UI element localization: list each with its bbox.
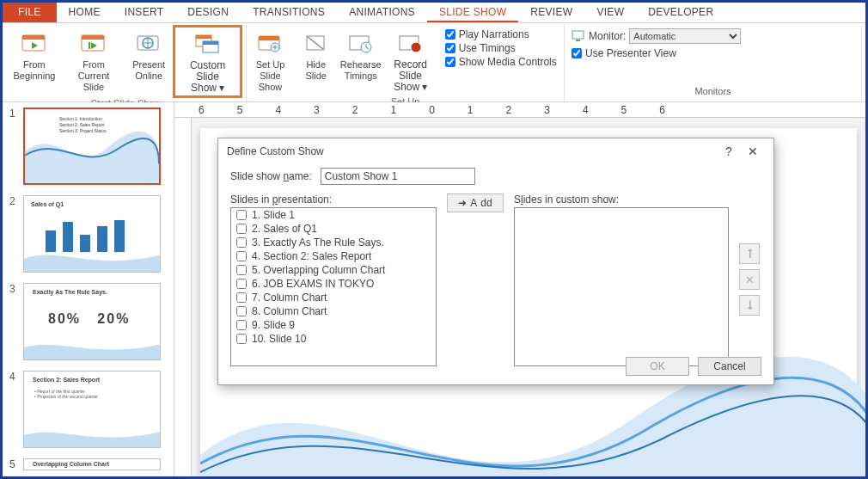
setup-show-icon (256, 30, 284, 58)
ok-button: OK (626, 357, 689, 376)
thumb-title: Section 1: Introduction Section 2: Sales… (59, 116, 107, 134)
list-item[interactable]: 2. Sales of Q1 (231, 222, 436, 236)
tab-animations[interactable]: ANIMATIONS (337, 3, 427, 22)
show-media-checkbox[interactable]: Show Media Controls (445, 56, 557, 68)
tab-view[interactable]: VIEW (584, 3, 636, 22)
rehearse-timings-button[interactable]: Rehearse Timings (342, 27, 380, 95)
remove-button: ✕ (739, 269, 760, 290)
horizontal-ruler: 6543210123456 (174, 102, 865, 118)
custom-show-label: Custom Slide Show ▾ (179, 60, 236, 94)
list-item[interactable]: 5. Overlapping Column Chart (231, 263, 436, 277)
thumb-content: 80% 20% (48, 311, 130, 327)
dialog-help-button[interactable]: ? (717, 144, 741, 158)
tab-developer[interactable]: DEVELOPER (636, 3, 725, 22)
setup-slideshow-button[interactable]: Set Up Slide Show (250, 27, 290, 95)
hide-slide-button[interactable]: Hide Slide (297, 27, 335, 95)
tab-design[interactable]: DESIGN (175, 3, 241, 22)
rehearse-icon (347, 30, 375, 58)
custom-show-icon (194, 31, 222, 58)
slideshow-name-input[interactable] (321, 168, 475, 185)
present-online-label: Present Online (132, 59, 165, 82)
svg-point-21 (411, 42, 421, 52)
record-icon (397, 30, 425, 58)
svg-rect-1 (22, 35, 45, 40)
define-custom-show-dialog: Define Custom Show ? ✕ Slide show name: … (217, 138, 774, 385)
list-item[interactable]: 9. Slide 9 (231, 318, 436, 332)
thumb-title: Sales of Q1 (31, 201, 64, 207)
svg-rect-10 (196, 35, 211, 39)
present-online-button[interactable]: Present Online (130, 27, 168, 96)
monitor-label: Monitor: (589, 30, 626, 42)
slides-in-presentation-label: Slides in presentation: (230, 193, 437, 206)
thumb-number: 4 (9, 371, 18, 448)
slide-thumbnail-5[interactable]: Overlapping Column Chart (23, 458, 161, 470)
tab-transitions[interactable]: TRANSITIONS (241, 3, 337, 22)
play-narrations-checkbox[interactable]: Play Narrations (445, 28, 557, 40)
record-label: Record Slide Show ▾ (390, 59, 431, 93)
vertical-ruler (174, 118, 192, 476)
rehearse-label: Rehearse Timings (340, 59, 382, 82)
list-item[interactable]: 3. Exactly As The Rule Says. (231, 236, 436, 249)
svg-rect-12 (203, 41, 218, 45)
thumb-number: 5 (9, 458, 18, 470)
slide-thumbnail-4[interactable]: Section 2: Sales Report • Report of the … (23, 371, 161, 448)
thumb-title: Section 2: Sales Report (33, 377, 100, 383)
slide-thumbnail-3[interactable]: Exactly As The Rule Says. 80% 20% (23, 283, 161, 360)
thumb-number: 1 (9, 107, 18, 185)
presenter-view-checkbox[interactable]: Use Presenter View (572, 47, 854, 59)
hide-slide-icon (303, 30, 330, 58)
slides-in-custom-show-label: Slides in custom show: (514, 193, 729, 206)
add-arrow-icon: ➜ (458, 197, 467, 209)
list-item[interactable]: 7. Column Chart (231, 291, 436, 304)
move-down-button: 🠗 (739, 295, 760, 316)
record-slideshow-button[interactable]: Record Slide Show ▾ (387, 27, 435, 95)
slide-thumbnail-2[interactable]: Sales of Q1 (23, 195, 161, 273)
thumb-title: Exactly As The Rule Says. (33, 289, 107, 295)
dialog-close-button[interactable]: ✕ (741, 144, 765, 158)
play-from-start-icon (21, 30, 48, 58)
ribbon-tabs: FILE HOME INSERT DESIGN TRANSITIONS ANIM… (3, 3, 865, 23)
list-item[interactable]: 10. Slide 10 (231, 332, 436, 346)
slide-thumbnail-1[interactable]: Section 1: Introduction Section 2: Sales… (23, 107, 161, 185)
thumb-number: 3 (9, 283, 18, 360)
setup-show-label: Set Up Slide Show (254, 59, 286, 93)
tab-home[interactable]: HOME (57, 3, 113, 22)
list-item[interactable]: 1. Slide 1 (231, 208, 436, 222)
svg-rect-4 (82, 35, 104, 40)
hide-slide-label: Hide Slide (305, 59, 326, 82)
play-from-current-icon (80, 30, 107, 58)
slides-in-presentation-list[interactable]: 1. Slide 1 2. Sales of Q1 3. Exactly As … (230, 207, 437, 366)
use-timings-checkbox[interactable]: Use Timings (445, 42, 557, 54)
slide-thumbnails-panel[interactable]: 1 Section 1: Introduction Section 2: Sal… (3, 102, 174, 476)
from-current-button[interactable]: From Current Slide (64, 27, 123, 96)
tab-file[interactable]: FILE (3, 3, 57, 22)
svg-rect-14 (259, 36, 279, 40)
tab-slideshow[interactable]: SLIDE SHOW (427, 3, 518, 22)
monitor-icon (572, 30, 585, 42)
ribbon: From Beginning From Current Slide Presen… (3, 23, 865, 102)
thumb-number: 2 (9, 195, 18, 273)
from-beginning-button[interactable]: From Beginning (11, 27, 58, 96)
slides-in-custom-show-list[interactable] (514, 207, 729, 366)
present-online-icon (135, 30, 162, 58)
custom-slideshow-button[interactable]: Custom Slide Show ▾ (173, 25, 242, 98)
tab-review[interactable]: REVIEW (518, 3, 584, 22)
add-button: ➜ Add (447, 193, 504, 212)
svg-rect-6 (89, 42, 90, 49)
dropdown-caret-icon: ▾ (219, 82, 224, 94)
from-beginning-label: From Beginning (13, 59, 55, 82)
monitor-select[interactable]: Automatic (629, 28, 741, 44)
svg-rect-22 (572, 31, 584, 39)
dropdown-caret-icon: ▾ (422, 81, 427, 93)
tab-insert[interactable]: INSERT (113, 3, 176, 22)
list-item[interactable]: 6. JOB EXAMS IN TOKYO (231, 277, 436, 291)
from-current-label: From Current Slide (68, 59, 119, 93)
svg-rect-23 (576, 40, 580, 41)
slideshow-name-label: Slide show name: (230, 170, 312, 182)
thumb-title: Overlapping Column Chart (33, 461, 109, 467)
cancel-button[interactable]: Cancel (698, 357, 761, 376)
list-item[interactable]: 8. Column Chart (231, 304, 436, 318)
list-item[interactable]: 4. Section 2: Sales Report (231, 249, 436, 263)
move-up-button: 🠕 (739, 243, 760, 264)
group-label-monitors: Monitors (572, 84, 854, 98)
